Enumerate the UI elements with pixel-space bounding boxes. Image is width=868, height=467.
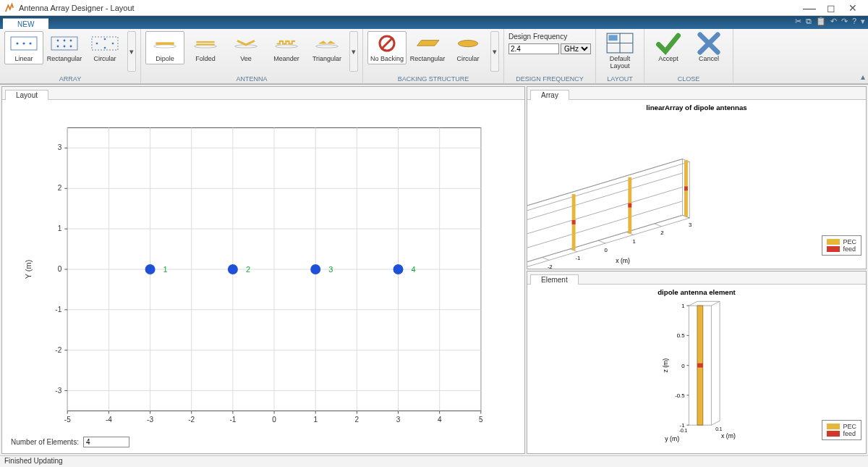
antenna-folded-button[interactable]: Folded bbox=[186, 31, 225, 64]
svg-rect-20 bbox=[196, 44, 214, 46]
svg-point-89 bbox=[228, 264, 238, 274]
svg-point-26 bbox=[458, 40, 477, 46]
redo-icon[interactable]: ↷ bbox=[841, 17, 848, 26]
svg-text:2: 2 bbox=[246, 265, 250, 274]
undo-icon[interactable]: ↶ bbox=[830, 17, 837, 26]
svg-text:-2: -2 bbox=[188, 416, 195, 424]
array-legend: PEC feed bbox=[822, 235, 861, 256]
svg-text:-1: -1 bbox=[55, 306, 61, 314]
svg-point-5 bbox=[57, 40, 59, 42]
svg-text:0.5: 0.5 bbox=[677, 332, 685, 339]
svg-text:2: 2 bbox=[660, 230, 663, 236]
svg-text:3: 3 bbox=[396, 416, 401, 424]
ribbon: Linear Rectangular Circular ▾ ARRAY Dipo… bbox=[0, 29, 868, 84]
svg-rect-30 bbox=[608, 35, 617, 41]
array-circular-button[interactable]: Circular bbox=[85, 31, 124, 64]
backing-more-dropdown[interactable]: ▾ bbox=[490, 31, 499, 72]
help-icon[interactable]: ? bbox=[852, 17, 856, 26]
svg-rect-19 bbox=[196, 41, 214, 43]
layout-grid-icon bbox=[606, 33, 634, 54]
svg-point-9 bbox=[64, 46, 66, 48]
svg-line-113 bbox=[655, 224, 662, 227]
check-icon bbox=[655, 33, 682, 54]
ribbon-group-array-label: ARRAY bbox=[4, 75, 136, 83]
backing-circular-button[interactable]: Circular bbox=[448, 31, 488, 64]
svg-text:-1: -1 bbox=[575, 255, 580, 261]
antenna-dipole-button[interactable]: Dipole bbox=[145, 31, 184, 64]
meander-icon bbox=[273, 33, 300, 54]
backing-rect-button[interactable]: Rectangular bbox=[408, 31, 447, 64]
right-column: Array linearArray of dipole antennas-1-0… bbox=[527, 86, 867, 454]
copy-icon[interactable]: ⧉ bbox=[806, 17, 812, 26]
ribbon-group-freq: Design Frequency GHz DESIGN FREQUENCY bbox=[504, 29, 596, 83]
svg-text:0: 0 bbox=[681, 363, 684, 369]
svg-text:Y (m): Y (m) bbox=[24, 260, 33, 279]
svg-point-3 bbox=[29, 42, 31, 44]
svg-text:4: 4 bbox=[438, 416, 442, 424]
svg-point-6 bbox=[64, 40, 66, 42]
backing-none-button[interactable]: No Backing bbox=[367, 31, 407, 64]
antenna-vee-button[interactable]: Vee bbox=[226, 31, 265, 64]
ribbon-tabstrip: NEW ✂ ⧉ 📋 ↶ ↷ ? ▾ bbox=[0, 16, 868, 29]
maximize-button[interactable]: ◻ bbox=[820, 2, 842, 14]
svg-line-129 bbox=[527, 159, 683, 210]
svg-text:-2: -2 bbox=[548, 264, 553, 269]
ribbon-group-layout: Default Layout LAYOUT bbox=[596, 29, 644, 83]
svg-point-87 bbox=[145, 264, 156, 274]
svg-text:dipole antenna element: dipole antenna element bbox=[658, 288, 736, 296]
svg-text:0: 0 bbox=[272, 416, 276, 424]
array-linear-button[interactable]: Linear bbox=[4, 31, 43, 64]
element-3d-plot[interactable]: dipole antenna element-1-0.500.51z (m)x … bbox=[527, 285, 866, 453]
svg-rect-17 bbox=[156, 43, 174, 46]
svg-line-109 bbox=[542, 257, 549, 260]
antenna-more-dropdown[interactable]: ▾ bbox=[349, 31, 358, 72]
cut-icon[interactable]: ✂ bbox=[795, 17, 801, 26]
statusbar: Finished Updating bbox=[0, 455, 868, 467]
cancel-button[interactable]: Cancel bbox=[689, 31, 728, 64]
shrink-icon[interactable]: ▾ bbox=[861, 17, 865, 26]
ribbon-group-antenna-label: ANTENNA bbox=[145, 75, 358, 83]
freq-unit-select[interactable]: GHz bbox=[561, 43, 591, 54]
svg-text:3: 3 bbox=[58, 143, 62, 151]
x-icon bbox=[695, 33, 723, 54]
window-title: Antenna Array Designer - Layout bbox=[19, 4, 135, 12]
svg-text:linearArray of dipole antennas: linearArray of dipole antennas bbox=[646, 104, 746, 112]
svg-text:3: 3 bbox=[328, 265, 333, 274]
ribbon-collapse-icon[interactable]: ▴ bbox=[861, 72, 865, 82]
ribbon-group-antenna: Dipole Folded Vee Meander Triangular ▾ A… bbox=[141, 29, 363, 83]
accept-button[interactable]: Accept bbox=[649, 31, 688, 64]
folded-icon bbox=[192, 33, 219, 54]
svg-point-2 bbox=[22, 42, 25, 44]
tab-array[interactable]: Array bbox=[530, 90, 569, 100]
svg-point-16 bbox=[154, 45, 176, 48]
num-elements-input[interactable] bbox=[83, 437, 129, 447]
svg-rect-4 bbox=[51, 37, 77, 50]
num-elements-label: Number of Elements: bbox=[11, 438, 79, 446]
array-more-dropdown[interactable]: ▾ bbox=[127, 31, 136, 72]
vee-icon bbox=[232, 33, 260, 54]
antenna-triangular-button[interactable]: Triangular bbox=[307, 31, 346, 64]
svg-text:2: 2 bbox=[58, 184, 62, 192]
layout-plot[interactable]: -5-4-3-2-1012345-3-2-10123Y (m)1234 bbox=[2, 100, 524, 453]
array-rectangular-button[interactable]: Rectangular bbox=[45, 31, 84, 64]
element-panel: Element dipole antenna element-1-0.500.5… bbox=[527, 271, 867, 454]
tab-new[interactable]: NEW bbox=[3, 18, 48, 30]
paste-icon[interactable]: 📋 bbox=[816, 17, 826, 26]
svg-text:-0.1: -0.1 bbox=[679, 428, 688, 433]
svg-text:x (m): x (m) bbox=[721, 432, 736, 439]
antenna-meander-button[interactable]: Meander bbox=[267, 31, 306, 64]
element-legend: PEC feed bbox=[822, 420, 861, 440]
quick-access-icons: ✂ ⧉ 📋 ↶ ↷ ? ▾ bbox=[795, 17, 865, 26]
svg-point-13 bbox=[112, 43, 114, 45]
array-3d-plot[interactable]: linearArray of dipole antennas-1-0.500.5… bbox=[527, 100, 866, 269]
svg-text:1: 1 bbox=[681, 303, 684, 309]
tab-layout[interactable]: Layout bbox=[5, 90, 48, 100]
svg-line-156 bbox=[711, 301, 720, 306]
tab-element[interactable]: Element bbox=[530, 274, 579, 285]
svg-text:-2: -2 bbox=[55, 346, 61, 354]
close-window-button[interactable]: ✕ bbox=[842, 2, 864, 14]
minimize-button[interactable]: — bbox=[799, 4, 820, 12]
svg-text:y (m): y (m) bbox=[665, 435, 679, 442]
default-layout-button[interactable]: Default Layout bbox=[600, 31, 639, 72]
freq-input[interactable] bbox=[509, 43, 559, 54]
